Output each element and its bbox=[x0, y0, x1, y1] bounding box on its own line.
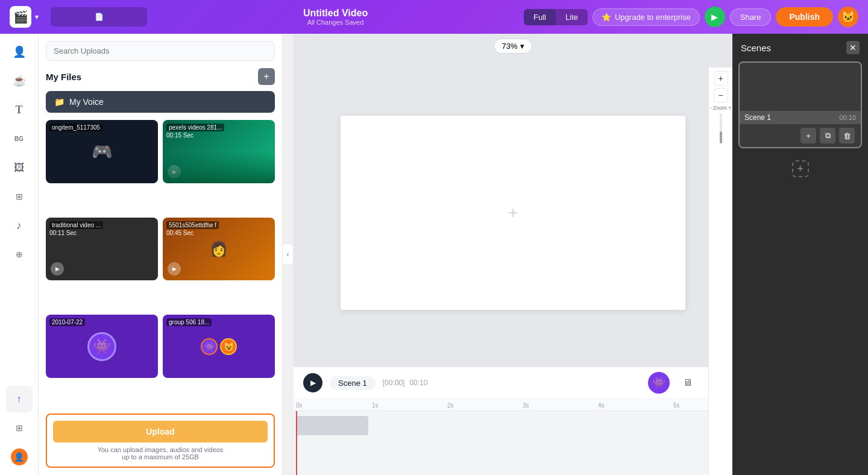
scene-label[interactable]: Scene 1 bbox=[330, 376, 376, 390]
zoom-slider[interactable] bbox=[720, 113, 722, 143]
upgrade-label: Upgrade to enterprise bbox=[615, 13, 691, 22]
file-thumb-4[interactable]: 5501s505ettdftw f 00:45 Sec ▶ 👩 bbox=[163, 218, 275, 281]
upload-panel: My Files + 📁 My Voice 🎮 ongitem_5117305 … bbox=[39, 34, 283, 475]
chevron-left-icon: ‹ bbox=[287, 250, 289, 259]
search-uploads-input[interactable] bbox=[46, 41, 275, 61]
file-thumb-5[interactable]: 2010-07-22 👾 bbox=[46, 315, 158, 378]
user-avatar-header[interactable]: 🐱 bbox=[838, 7, 858, 27]
file-thumb-2[interactable]: pexels videos 281... 00:15 Sec ▶ bbox=[163, 120, 275, 183]
play-icon: ▶ bbox=[711, 12, 718, 22]
file-label-6: group 506 18... bbox=[166, 318, 212, 326]
sidebar-item-table[interactable]: ⊞ bbox=[6, 183, 33, 210]
zoom-dropdown-icon: ▾ bbox=[520, 42, 524, 51]
project-title[interactable]: Untitled Video bbox=[154, 8, 517, 19]
scenes-title: Scenes bbox=[741, 43, 771, 53]
add-scene-action-btn[interactable]: + bbox=[800, 128, 816, 143]
sidebar: 👤 ☕ T BG 🖼 ⊞ ♪ ⊕ ↑ ⊞ 👤 bbox=[0, 34, 39, 475]
full-mode-btn[interactable]: Full bbox=[524, 9, 556, 25]
file-thumb-1[interactable]: 🎮 ongitem_5117305 bbox=[46, 120, 158, 183]
file-duration-3: 00:11 Sec bbox=[49, 230, 77, 236]
files-grid: 🎮 ongitem_5117305 pexels videos 281... 0… bbox=[46, 120, 275, 407]
sidebar-item-apps[interactable]: ⊞ bbox=[6, 415, 33, 441]
share-btn[interactable]: Share bbox=[730, 8, 772, 26]
zoom-in-btn[interactable]: + bbox=[714, 71, 728, 86]
file-label-2: pexels videos 281... bbox=[166, 124, 224, 131]
sidebar-item-music[interactable]: ♪ bbox=[6, 212, 33, 239]
file-thumb-3[interactable]: traditional video ... 00:11 Sec ▶ bbox=[46, 218, 158, 281]
lite-mode-btn[interactable]: Lite bbox=[556, 9, 588, 25]
canvas-area: 73% ▾ + bbox=[294, 34, 732, 366]
sidebar-item-avatar[interactable]: 👤 bbox=[6, 39, 33, 65]
logo-dropdown-icon[interactable]: ▾ bbox=[35, 13, 39, 21]
new-project-btn[interactable]: 📄 bbox=[51, 7, 147, 27]
element-icon: ⊕ bbox=[16, 250, 23, 259]
canvas-add-icon[interactable]: + bbox=[508, 203, 518, 222]
sidebar-item-coffee[interactable]: ☕ bbox=[6, 68, 33, 94]
delete-scene-btn[interactable]: 🗑 bbox=[839, 128, 855, 143]
upgrade-btn[interactable]: ⭐ Upgrade to enterprise bbox=[593, 8, 700, 26]
canvas-container[interactable]: + bbox=[294, 58, 732, 366]
bg-icon: BG bbox=[14, 136, 24, 142]
logo-area[interactable]: 🎬 ▾ bbox=[10, 6, 39, 28]
save-status: All Changes Saved bbox=[154, 19, 517, 26]
scenes-close-btn[interactable]: ✕ bbox=[846, 41, 860, 54]
scenes-header: Scenes ✕ bbox=[732, 34, 868, 61]
timeline-scene-bar[interactable] bbox=[296, 416, 368, 435]
music-icon: ♪ bbox=[16, 219, 22, 232]
file-duration-4: 00:45 Sec bbox=[166, 230, 193, 236]
file-thumb-6[interactable]: group 506 18... 👾 😺 bbox=[163, 315, 275, 378]
upload-section: Upload You can upload images, audios and… bbox=[46, 414, 275, 468]
collapse-panel-btn[interactable]: ‹ bbox=[283, 244, 294, 265]
scene-card-1[interactable]: Scene 1 00:10 + ⧉ 🗑 bbox=[738, 61, 862, 148]
playhead[interactable] bbox=[296, 411, 297, 475]
scene-card-actions-1: + ⧉ 🗑 bbox=[740, 124, 861, 147]
my-voice-label: My Voice bbox=[69, 97, 104, 107]
play-icon-3: ▶ bbox=[51, 262, 64, 275]
publish-btn[interactable]: Publish bbox=[776, 7, 833, 27]
zoom-control[interactable]: 73% ▾ bbox=[494, 39, 532, 54]
timeline: ▶ Scene 1 [00:00] 00:10 👾 🖥 📷 0s 1s 2s bbox=[294, 366, 732, 475]
coffee-icon: ☕ bbox=[13, 74, 26, 87]
sidebar-item-upload[interactable]: ↑ bbox=[6, 386, 33, 412]
zoom-out-btn[interactable]: − bbox=[714, 88, 728, 102]
zoom-controls: + − - Zoom + bbox=[708, 68, 732, 475]
preview-play-btn[interactable]: ▶ bbox=[705, 7, 725, 27]
apps-grid-icon: ⊞ bbox=[16, 423, 23, 433]
scene-name-1: Scene 1 bbox=[744, 113, 771, 122]
timeline-ruler: 0s 1s 2s 3s 4s 5s 6s 7s 8s 9s 10s bbox=[294, 399, 732, 411]
canvas-toolbar: 73% ▾ bbox=[294, 34, 732, 58]
my-files-header: My Files + bbox=[46, 68, 275, 85]
screen-icon[interactable]: 🖥 bbox=[679, 374, 696, 391]
folder-icon: 📁 bbox=[54, 97, 64, 107]
sidebar-item-background[interactable]: BG bbox=[6, 125, 33, 152]
sidebar-item-element[interactable]: ⊕ bbox=[6, 241, 33, 268]
time-info: [00:00] 00:10 bbox=[383, 379, 428, 387]
duplicate-scene-btn[interactable]: ⧉ bbox=[820, 128, 835, 143]
timeline-track bbox=[294, 411, 732, 475]
sidebar-item-user-profile[interactable]: 👤 bbox=[6, 444, 33, 470]
ruler-mark-5s: 5s bbox=[673, 401, 680, 408]
scenes-panel: Scenes ✕ Scene 1 00:10 + ⧉ 🗑 + bbox=[732, 34, 868, 475]
avatar-timeline-icon[interactable]: 👾 bbox=[648, 372, 670, 394]
canvas-board: + bbox=[341, 116, 685, 310]
file-label-5: 2010-07-22 bbox=[49, 318, 85, 326]
add-files-btn[interactable]: + bbox=[258, 68, 275, 85]
scene-card-footer-1: Scene 1 00:10 bbox=[740, 111, 861, 124]
workspace: 73% ▾ + ▶ Scene 1 [00:00] 00:10 bbox=[294, 34, 732, 475]
zoom-value: 73% bbox=[502, 42, 517, 51]
sidebar-item-image[interactable]: 🖼 bbox=[6, 154, 33, 181]
file-duration-2: 00:15 Sec bbox=[166, 132, 193, 139]
ruler-mark-0s: 0s bbox=[296, 401, 303, 408]
avatar-icon: 👤 bbox=[13, 45, 26, 58]
file-label-3: traditional video ... bbox=[49, 221, 103, 229]
add-new-scene-btn[interactable]: + bbox=[792, 160, 809, 177]
user-avatar-sidebar: 👤 bbox=[11, 448, 28, 465]
upload-btn[interactable]: Upload bbox=[53, 421, 268, 442]
zoom-label-text: - Zoom + bbox=[709, 105, 731, 111]
my-voice-btn[interactable]: 📁 My Voice bbox=[46, 91, 275, 113]
timeline-play-btn[interactable]: ▶ bbox=[303, 373, 322, 392]
ruler-mark-3s: 3s bbox=[523, 401, 529, 408]
timeline-header: ▶ Scene 1 [00:00] 00:10 👾 🖥 📷 bbox=[294, 367, 732, 399]
my-files-label: My Files bbox=[46, 72, 81, 82]
sidebar-item-text[interactable]: T bbox=[6, 96, 33, 123]
